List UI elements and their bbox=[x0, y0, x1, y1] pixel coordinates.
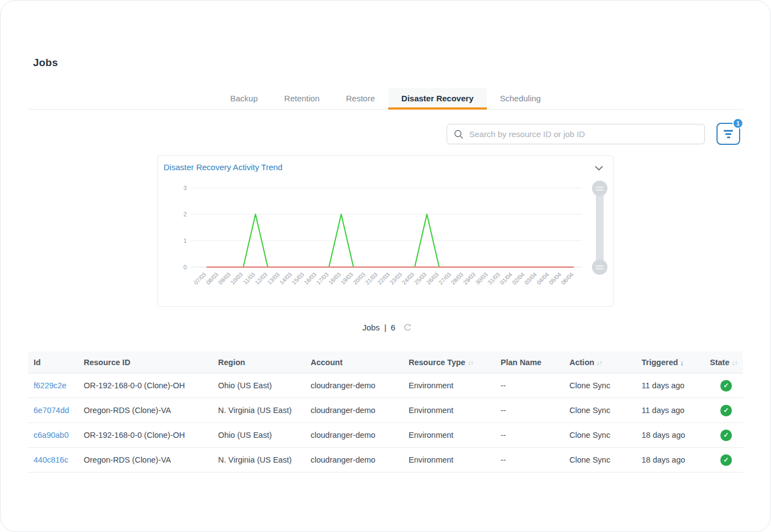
x-tick-label: 01/04 bbox=[498, 271, 513, 286]
search-input[interactable] bbox=[469, 129, 698, 139]
column-header-id: Id bbox=[28, 358, 78, 367]
tab-restore[interactable]: Restore bbox=[333, 88, 388, 110]
x-tick-label: 29/03 bbox=[461, 271, 476, 286]
tab-scheduling[interactable]: Scheduling bbox=[487, 88, 554, 110]
x-tick-label: 04/04 bbox=[535, 271, 550, 286]
cell-action: Clone Sync bbox=[564, 431, 636, 439]
x-tick-label: 22/03 bbox=[376, 271, 391, 286]
check-circle-icon: ✓ bbox=[720, 405, 732, 416]
jobs-summary-label: Jobs bbox=[362, 323, 380, 332]
chart-zoom-slider-track[interactable] bbox=[596, 188, 604, 267]
cell-triggered: 11 days ago bbox=[636, 381, 704, 390]
x-tick-label: 31/03 bbox=[486, 271, 501, 286]
x-tick-label: 24/03 bbox=[400, 271, 415, 286]
cell-plan-name: -- bbox=[495, 455, 564, 464]
column-header-action[interactable]: Action↓↑ bbox=[564, 358, 636, 367]
column-header-region: Region bbox=[213, 358, 305, 367]
tab-bar: Backup Retention Restore Disaster Recove… bbox=[28, 88, 743, 110]
x-tick-label: 10/03 bbox=[229, 271, 244, 286]
x-tick-label: 12/03 bbox=[254, 271, 269, 286]
column-header-plan-name: Plan Name bbox=[495, 358, 564, 367]
cell-action: Clone Sync bbox=[564, 381, 636, 390]
job-id-link[interactable]: 440c816c bbox=[34, 455, 68, 464]
column-header-resource-type[interactable]: Resource Type↓↑ bbox=[403, 358, 495, 367]
cell-triggered: 18 days ago bbox=[636, 455, 704, 464]
y-tick-label: 2 bbox=[183, 211, 187, 218]
x-tick-label: 16/03 bbox=[302, 271, 317, 286]
column-header-state[interactable]: State↓↑ bbox=[704, 358, 743, 367]
table-row: f6229c2e OR-192-168-0-0 (Clone)-OH Ohio … bbox=[28, 373, 743, 398]
job-id-link[interactable]: c6a90ab0 bbox=[34, 431, 69, 439]
sort-arrows-icon: ↓↑ bbox=[596, 359, 602, 367]
x-tick-label: 05/04 bbox=[547, 271, 562, 286]
x-tick-label: 03/04 bbox=[523, 271, 538, 286]
chart-zoom-handle-top[interactable] bbox=[592, 181, 607, 196]
jobs-summary-divider: | bbox=[384, 323, 387, 332]
table-row: 440c816c Oregon-RDS (Clone)-VA N. Virgin… bbox=[28, 448, 743, 473]
cell-resource-type: Environment bbox=[403, 406, 495, 415]
tab-backup[interactable]: Backup bbox=[217, 88, 271, 110]
cell-resource-id: OR-192-168-0-0 (Clone)-OH bbox=[78, 381, 213, 390]
x-tick-label: 14/03 bbox=[278, 271, 293, 286]
x-tick-label: 25/03 bbox=[413, 271, 428, 286]
x-tick-label: 02/04 bbox=[511, 271, 525, 286]
x-tick-label: 09/03 bbox=[217, 271, 232, 286]
cell-resource-id: OR-192-168-0-0 (Clone)-OH bbox=[78, 431, 213, 439]
job-id-link[interactable]: 6e7074dd bbox=[34, 406, 69, 415]
x-tick-label: 21/03 bbox=[364, 271, 379, 286]
column-header-triggered[interactable]: Triggered↓ bbox=[636, 358, 704, 367]
x-tick-label: 26/03 bbox=[425, 271, 440, 286]
cell-region: N. Virginia (US East) bbox=[213, 406, 305, 415]
filter-count-badge: 1 bbox=[732, 118, 743, 129]
tab-disaster-recovery[interactable]: Disaster Recovery bbox=[388, 88, 487, 110]
cell-region: N. Virginia (US East) bbox=[213, 455, 305, 464]
cell-action: Clone Sync bbox=[564, 455, 636, 464]
cell-account: cloudranger-demo bbox=[305, 431, 403, 439]
x-tick-label: 19/03 bbox=[339, 271, 354, 286]
cell-resource-id: Oregon-RDS (Clone)-VA bbox=[78, 455, 213, 464]
cell-region: Ohio (US East) bbox=[213, 381, 305, 390]
tab-retention[interactable]: Retention bbox=[271, 88, 333, 110]
table-row: c6a90ab0 OR-192-168-0-0 (Clone)-OH Ohio … bbox=[28, 423, 743, 448]
y-tick-label: 1 bbox=[183, 237, 187, 244]
y-tick-label: 3 bbox=[183, 184, 187, 191]
x-tick-label: 11/03 bbox=[242, 271, 257, 286]
cell-account: cloudranger-demo bbox=[305, 455, 403, 464]
sort-desc-icon: ↓ bbox=[680, 359, 683, 367]
cell-triggered: 11 days ago bbox=[636, 406, 704, 415]
cell-resource-type: Environment bbox=[403, 381, 495, 390]
x-tick-label: 13/03 bbox=[266, 271, 281, 286]
column-header-resource-id: Resource ID bbox=[78, 358, 213, 367]
cell-plan-name: -- bbox=[495, 381, 564, 390]
x-tick-label: 15/03 bbox=[290, 271, 305, 286]
sort-arrows-icon: ↓↑ bbox=[731, 359, 737, 367]
cell-triggered: 18 days ago bbox=[636, 431, 704, 439]
cell-account: cloudranger-demo bbox=[305, 406, 403, 415]
refresh-arrows-icon[interactable] bbox=[403, 323, 412, 332]
x-tick-label: 17/03 bbox=[315, 271, 330, 286]
column-header-account: Account bbox=[305, 358, 403, 367]
cell-resource-id: Oregon-RDS (Clone)-VA bbox=[78, 406, 213, 415]
jobs-page: Jobs Backup Retention Restore Disaster R… bbox=[0, 0, 771, 532]
cell-account: cloudranger-demo bbox=[305, 381, 403, 390]
activity-trend-chart: 012307/0308/0309/0310/0311/0312/0313/031… bbox=[158, 156, 614, 306]
search-box bbox=[447, 124, 705, 144]
page-title: Jobs bbox=[33, 57, 58, 69]
activity-trend-panel: Disaster Recovery Activity Trend 012307/… bbox=[158, 155, 613, 307]
x-tick-label: 20/03 bbox=[351, 271, 366, 286]
check-circle-icon: ✓ bbox=[720, 454, 732, 466]
jobs-table-header: Id Resource ID Region Account Resource T… bbox=[28, 351, 743, 373]
cell-plan-name: -- bbox=[495, 431, 564, 439]
table-row: 6e7074dd Oregon-RDS (Clone)-VA N. Virgin… bbox=[28, 398, 743, 423]
x-tick-label: 08/03 bbox=[205, 271, 220, 286]
x-tick-label: 30/03 bbox=[474, 271, 489, 286]
x-tick-label: 18/03 bbox=[327, 271, 342, 286]
cell-region: Ohio (US East) bbox=[213, 431, 305, 439]
chart-zoom-handle-bottom[interactable] bbox=[592, 259, 607, 275]
x-tick-label: 28/03 bbox=[449, 271, 464, 286]
x-tick-label: 07/03 bbox=[192, 271, 207, 286]
job-id-link[interactable]: f6229c2e bbox=[34, 381, 67, 390]
x-tick-label: 23/03 bbox=[388, 271, 403, 286]
magnifier-icon bbox=[454, 129, 464, 139]
jobs-summary: Jobs|6 bbox=[1, 323, 771, 332]
